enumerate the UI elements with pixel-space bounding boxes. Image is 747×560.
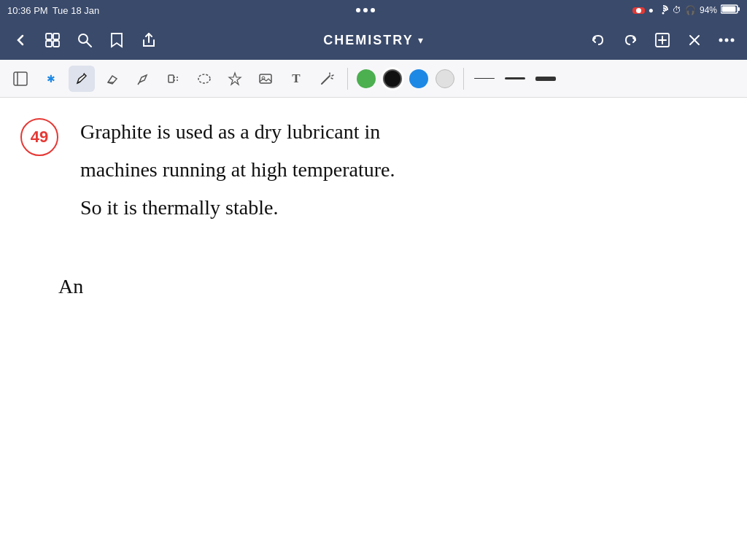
stroke-medium-button[interactable] <box>502 70 528 88</box>
svg-rect-7 <box>53 41 59 47</box>
ans-content: An <box>58 265 131 307</box>
stroke-thin-button[interactable] <box>471 70 498 88</box>
svg-rect-4 <box>46 34 52 39</box>
document-title: CHEMISTRY <box>323 33 413 48</box>
signal-icon <box>657 4 669 17</box>
dot3 <box>371 8 375 12</box>
battery-icon <box>721 4 740 16</box>
svg-rect-18 <box>14 72 27 85</box>
color-green-button[interactable] <box>357 69 376 88</box>
wifi-icon: ● <box>649 5 654 15</box>
clock-icon: ⏱ <box>673 5 681 15</box>
page-number-badge: 49 <box>20 118 58 156</box>
page-number: 49 <box>31 128 48 147</box>
svg-text:An: An <box>58 275 83 298</box>
eraser-tool-button[interactable] <box>99 66 125 92</box>
back-button[interactable] <box>10 30 31 50</box>
more-button[interactable] <box>716 30 737 50</box>
stroke-thick-button[interactable] <box>533 70 559 88</box>
battery-percent: 94% <box>700 5 717 15</box>
grid-button[interactable] <box>42 30 63 50</box>
record-badge <box>632 7 645 14</box>
svg-line-32 <box>332 75 333 76</box>
svg-point-26 <box>198 74 210 83</box>
status-right: ● ⏱ 🎧 94% <box>632 4 740 17</box>
color-blue-button[interactable] <box>409 69 428 88</box>
svg-line-9 <box>87 42 91 47</box>
time-display: 10:36 PM <box>7 5 48 16</box>
search-button[interactable] <box>74 30 95 50</box>
star-tool-button[interactable] <box>222 66 248 92</box>
close-button[interactable] <box>684 30 705 50</box>
bookmark-button[interactable] <box>107 30 127 50</box>
redo-button[interactable] <box>620 30 640 50</box>
svg-marker-27 <box>229 73 241 85</box>
magic-tool-button[interactable] <box>314 66 340 92</box>
svg-point-16 <box>725 39 729 42</box>
sidebar-toggle-button[interactable] <box>7 66 34 92</box>
title-chevron: ▾ <box>418 34 424 46</box>
color-white-button[interactable] <box>436 69 454 88</box>
date-display: Tue 18 Jan <box>53 5 100 16</box>
dot1 <box>356 8 360 12</box>
svg-point-17 <box>731 39 735 42</box>
separator-2 <box>463 68 464 90</box>
svg-point-0 <box>662 12 664 14</box>
dot2 <box>363 8 368 12</box>
svg-text:Graphite  is  used  as  a  dry: Graphite is used as a dry lubricant in <box>80 120 380 143</box>
image-insert-button[interactable] <box>252 66 279 92</box>
nav-left <box>10 30 159 50</box>
toolbar: ✱ <box>0 60 747 98</box>
text-tool-button[interactable]: T <box>283 66 309 92</box>
undo-button[interactable] <box>588 30 608 50</box>
add-page-button[interactable] <box>652 30 673 50</box>
svg-rect-6 <box>46 41 52 47</box>
circle-select-button[interactable] <box>191 66 217 92</box>
svg-point-15 <box>719 39 723 42</box>
pen-tool-button[interactable] <box>69 66 95 92</box>
svg-text:So  it  is   thermally  stable: So it is thermally stable. <box>80 196 278 219</box>
svg-rect-5 <box>53 34 59 39</box>
status-left: 10:36 PM Tue 18 Jan <box>7 5 99 16</box>
svg-point-8 <box>79 34 88 43</box>
highlighter-tool-button[interactable] <box>130 66 156 92</box>
handwritten-text-svg: Graphite is used as a dry lubricant in m… <box>80 111 708 257</box>
record-dot <box>636 8 641 13</box>
headphone-icon: 🎧 <box>685 5 696 15</box>
note-content: Graphite is used as a dry lubricant in m… <box>80 111 725 267</box>
svg-line-30 <box>322 76 330 84</box>
status-bar: 10:36 PM Tue 18 Jan ● ⏱ 🎧 94% <box>0 0 747 20</box>
lasso-tool-button[interactable] <box>160 66 187 92</box>
color-black-button[interactable] <box>383 69 402 88</box>
svg-line-22 <box>138 82 139 85</box>
nav-right <box>588 30 737 50</box>
svg-rect-3 <box>722 7 736 12</box>
bluetooth-button[interactable]: ✱ <box>38 66 64 92</box>
canvas-area[interactable]: 49 Graphite is used as a dry lubricant i… <box>0 98 747 560</box>
nav-center[interactable]: CHEMISTRY ▾ <box>323 33 423 48</box>
svg-line-33 <box>331 78 333 79</box>
svg-rect-23 <box>169 75 174 82</box>
separator-1 <box>347 68 348 90</box>
ans-text-svg: An <box>58 265 131 302</box>
share-button[interactable] <box>139 30 159 50</box>
status-center <box>356 8 375 12</box>
svg-text:machines   running   at  high : machines running at high temperature. <box>80 158 395 181</box>
svg-rect-2 <box>738 7 740 11</box>
nav-bar: CHEMISTRY ▾ <box>0 20 747 60</box>
svg-rect-28 <box>260 74 271 83</box>
